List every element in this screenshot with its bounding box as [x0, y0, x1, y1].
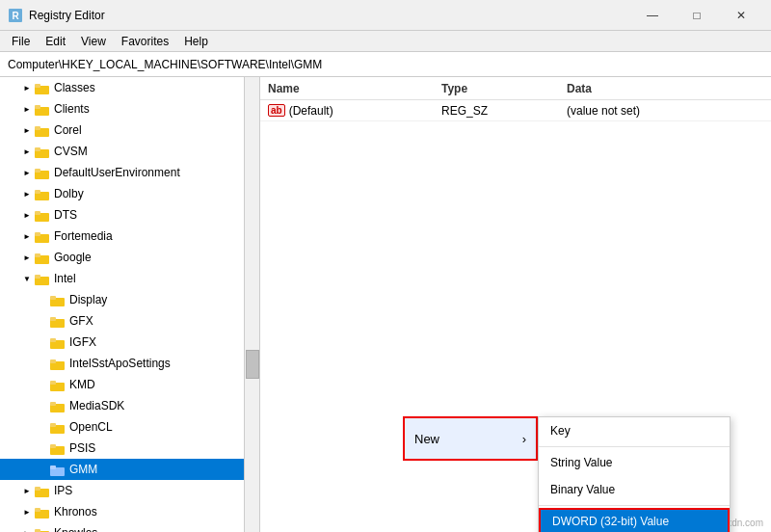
submenu-divider-2	[539, 505, 730, 506]
menu-bar: FileEditViewFavoritesHelp	[0, 31, 771, 52]
main-content: ► Classes► Clients► Corel► CVSM► Default…	[0, 77, 771, 532]
submenu: Key String Value Binary Value DWORD (32-…	[538, 416, 731, 532]
submenu-divider-1	[539, 446, 730, 447]
window-title: Registry Editor	[29, 9, 105, 22]
new-arrow: ›	[522, 432, 526, 446]
submenu-string-value[interactable]: String Value	[539, 449, 730, 476]
menu-item-file[interactable]: File	[4, 31, 38, 51]
submenu-key[interactable]: Key	[539, 417, 730, 444]
new-menu-item[interactable]: New ›	[403, 416, 538, 461]
svg-text:R: R	[12, 11, 19, 21]
app-icon: R	[8, 8, 23, 23]
close-button[interactable]: ✕	[719, 0, 763, 31]
menu-item-view[interactable]: View	[73, 31, 114, 51]
menu-item-edit[interactable]: Edit	[38, 31, 73, 51]
maximize-button[interactable]: □	[675, 0, 719, 31]
menu-item-help[interactable]: Help	[176, 31, 216, 51]
address-path: Computer\HKEY_LOCAL_MACHINE\SOFTWARE\Int…	[8, 58, 322, 71]
title-bar: R Registry Editor — □ ✕	[0, 0, 771, 31]
menu-item-favorites[interactable]: Favorites	[114, 31, 176, 51]
minimize-button[interactable]: —	[630, 0, 675, 31]
address-bar: Computer\HKEY_LOCAL_MACHINE\SOFTWARE\Int…	[0, 52, 771, 77]
submenu-dword-value[interactable]: DWORD (32-bit) Value	[539, 508, 730, 532]
context-menu-overlay: New › Key String Value Binary Value DWOR…	[0, 77, 771, 532]
new-label: New	[414, 432, 439, 446]
window-controls: — □ ✕	[630, 0, 763, 31]
submenu-binary-value[interactable]: Binary Value	[539, 476, 730, 503]
